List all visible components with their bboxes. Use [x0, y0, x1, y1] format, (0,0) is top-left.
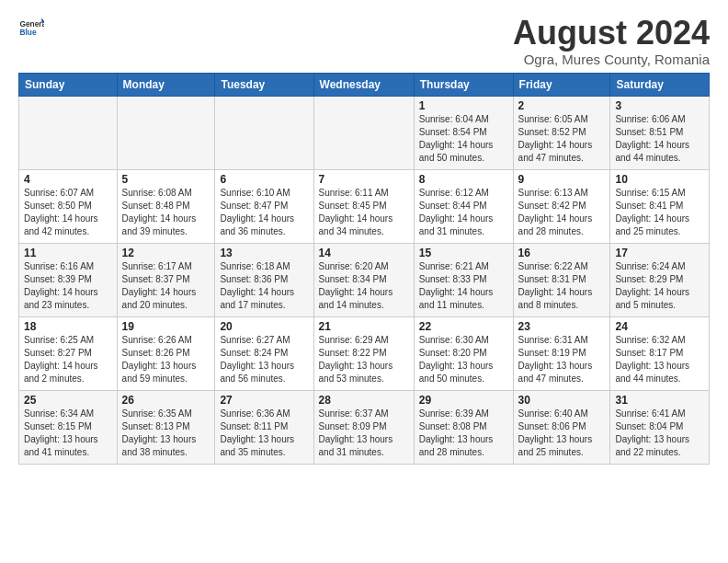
sunrise-label: Sunrise: 6:31 AM [518, 335, 588, 345]
day-number: 30 [518, 394, 606, 407]
daylight-label: Daylight: 13 hours and 35 minutes. [220, 434, 294, 457]
day-info: Sunrise: 6:08 AMSunset: 8:48 PMDaylight:… [122, 187, 210, 238]
sunset-label: Sunset: 8:04 PM [615, 421, 683, 431]
day-info: Sunrise: 6:32 AMSunset: 8:17 PMDaylight:… [615, 334, 704, 385]
sunset-label: Sunset: 8:06 PM [518, 421, 586, 431]
table-row: 26Sunrise: 6:35 AMSunset: 8:13 PMDayligh… [117, 390, 215, 464]
sunset-label: Sunset: 8:31 PM [518, 274, 586, 284]
daylight-label: Daylight: 13 hours and 31 minutes. [319, 434, 393, 457]
calendar-week-row: 4Sunrise: 6:07 AMSunset: 8:50 PMDaylight… [19, 169, 710, 243]
day-number: 25 [24, 394, 112, 407]
day-number: 28 [319, 394, 409, 407]
table-row: 5Sunrise: 6:08 AMSunset: 8:48 PMDaylight… [117, 169, 215, 243]
day-info: Sunrise: 6:36 AMSunset: 8:11 PMDaylight:… [220, 408, 308, 459]
day-info: Sunrise: 6:16 AMSunset: 8:39 PMDaylight:… [24, 260, 112, 312]
sunset-label: Sunset: 8:45 PM [319, 201, 387, 211]
sunrise-label: Sunrise: 6:36 AM [220, 408, 290, 419]
sunrise-label: Sunrise: 6:21 AM [419, 261, 489, 271]
sunset-label: Sunset: 8:26 PM [122, 348, 190, 358]
daylight-label: Daylight: 13 hours and 41 minutes. [24, 434, 98, 457]
day-info: Sunrise: 6:20 AMSunset: 8:34 PMDaylight:… [319, 260, 409, 312]
daylight-label: Daylight: 14 hours and 25 minutes. [615, 213, 689, 236]
sunrise-label: Sunrise: 6:16 AM [24, 261, 94, 271]
sunset-label: Sunset: 8:52 PM [518, 127, 586, 137]
daylight-label: Daylight: 13 hours and 25 minutes. [518, 434, 593, 457]
day-number: 23 [518, 320, 606, 333]
day-number: 8 [419, 173, 508, 186]
sunrise-label: Sunrise: 6:32 AM [615, 335, 685, 345]
daylight-label: Daylight: 14 hours and 2 minutes. [24, 361, 98, 384]
day-number: 4 [24, 173, 112, 186]
location-subtitle: Ogra, Mures County, Romania [513, 52, 710, 67]
sunrise-label: Sunrise: 6:37 AM [319, 408, 389, 419]
sunrise-label: Sunrise: 6:08 AM [122, 188, 192, 198]
sunrise-label: Sunrise: 6:20 AM [319, 261, 389, 271]
daylight-label: Daylight: 14 hours and 39 minutes. [122, 213, 197, 236]
daylight-label: Daylight: 14 hours and 17 minutes. [220, 287, 294, 310]
header-saturday: Saturday [610, 73, 710, 96]
sunset-label: Sunset: 8:47 PM [220, 201, 288, 211]
sunset-label: Sunset: 8:41 PM [615, 201, 683, 211]
header-friday: Friday [513, 73, 610, 96]
day-info: Sunrise: 6:10 AMSunset: 8:47 PMDaylight:… [220, 187, 308, 238]
table-row: 31Sunrise: 6:41 AMSunset: 8:04 PMDayligh… [610, 390, 710, 464]
sunrise-label: Sunrise: 6:15 AM [615, 188, 685, 198]
day-number: 9 [518, 173, 606, 186]
sunrise-label: Sunrise: 6:26 AM [122, 335, 192, 345]
sunset-label: Sunset: 8:24 PM [220, 348, 288, 358]
sunrise-label: Sunrise: 6:06 AM [615, 114, 685, 124]
day-number: 22 [419, 320, 508, 333]
daylight-label: Daylight: 14 hours and 34 minutes. [319, 213, 393, 236]
table-row: 1Sunrise: 6:04 AMSunset: 8:54 PMDaylight… [414, 96, 513, 169]
table-row: 16Sunrise: 6:22 AMSunset: 8:31 PMDayligh… [513, 243, 610, 316]
sunset-label: Sunset: 8:54 PM [419, 127, 487, 137]
table-row [313, 96, 414, 169]
table-row: 7Sunrise: 6:11 AMSunset: 8:45 PMDaylight… [313, 169, 414, 243]
table-row: 28Sunrise: 6:37 AMSunset: 8:09 PMDayligh… [313, 390, 414, 464]
sunset-label: Sunset: 8:13 PM [122, 421, 190, 431]
sunset-label: Sunset: 8:39 PM [24, 274, 92, 284]
day-info: Sunrise: 6:17 AMSunset: 8:37 PMDaylight:… [122, 260, 210, 312]
sunset-label: Sunset: 8:42 PM [518, 201, 586, 211]
sunrise-label: Sunrise: 6:05 AM [518, 114, 588, 124]
daylight-label: Daylight: 13 hours and 59 minutes. [122, 361, 197, 384]
day-number: 15 [419, 247, 508, 259]
day-info: Sunrise: 6:40 AMSunset: 8:06 PMDaylight:… [518, 408, 606, 459]
header-sunday: Sunday [19, 73, 118, 96]
sunset-label: Sunset: 8:50 PM [24, 201, 92, 211]
day-number: 3 [615, 99, 704, 112]
calendar-header-row: Sunday Monday Tuesday Wednesday Thursday… [19, 73, 710, 96]
table-row [215, 96, 313, 169]
daylight-label: Daylight: 14 hours and 28 minutes. [518, 213, 593, 236]
table-row: 20Sunrise: 6:27 AMSunset: 8:24 PMDayligh… [215, 316, 313, 390]
day-number: 20 [220, 320, 308, 333]
daylight-label: Daylight: 13 hours and 47 minutes. [518, 361, 593, 384]
calendar-week-row: 25Sunrise: 6:34 AMSunset: 8:15 PMDayligh… [19, 390, 710, 464]
table-row: 14Sunrise: 6:20 AMSunset: 8:34 PMDayligh… [313, 243, 414, 316]
day-number: 14 [319, 247, 409, 259]
daylight-label: Daylight: 14 hours and 14 minutes. [319, 287, 393, 310]
sunrise-label: Sunrise: 6:40 AM [518, 408, 588, 419]
calendar-week-row: 11Sunrise: 6:16 AMSunset: 8:39 PMDayligh… [19, 243, 710, 316]
daylight-label: Daylight: 14 hours and 11 minutes. [419, 287, 494, 310]
sunrise-label: Sunrise: 6:07 AM [24, 188, 94, 198]
day-info: Sunrise: 6:22 AMSunset: 8:31 PMDaylight:… [518, 260, 606, 312]
calendar-week-row: 18Sunrise: 6:25 AMSunset: 8:27 PMDayligh… [19, 316, 710, 390]
sunset-label: Sunset: 8:48 PM [122, 201, 190, 211]
daylight-label: Daylight: 13 hours and 53 minutes. [319, 361, 393, 384]
day-number: 11 [24, 247, 112, 259]
day-info: Sunrise: 6:35 AMSunset: 8:13 PMDaylight:… [122, 408, 210, 459]
sunset-label: Sunset: 8:33 PM [419, 274, 487, 284]
day-number: 10 [615, 173, 704, 186]
sunrise-label: Sunrise: 6:27 AM [220, 335, 290, 345]
sunrise-label: Sunrise: 6:39 AM [419, 408, 489, 419]
table-row: 21Sunrise: 6:29 AMSunset: 8:22 PMDayligh… [313, 316, 414, 390]
table-row: 3Sunrise: 6:06 AMSunset: 8:51 PMDaylight… [610, 96, 710, 169]
day-number: 6 [220, 173, 308, 186]
day-number: 12 [122, 247, 210, 259]
sunrise-label: Sunrise: 6:17 AM [122, 261, 192, 271]
daylight-label: Daylight: 13 hours and 22 minutes. [615, 434, 689, 457]
day-number: 13 [220, 247, 308, 259]
day-number: 2 [518, 99, 606, 112]
sunset-label: Sunset: 8:44 PM [419, 201, 487, 211]
